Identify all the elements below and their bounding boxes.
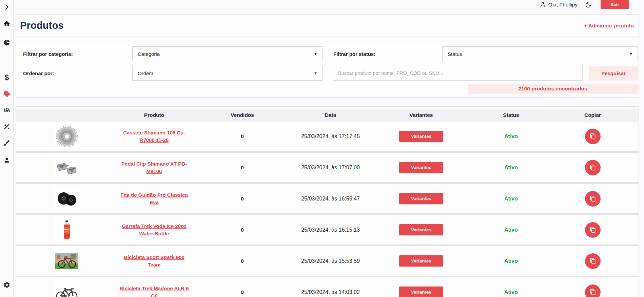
copy-icon xyxy=(589,257,597,265)
products-table: Produto Vendidos Data Variantes Status C… xyxy=(16,106,639,297)
copy-button[interactable] xyxy=(585,160,601,175)
table-header-vendidos: Vendidos xyxy=(191,112,294,118)
table-header-data: Data xyxy=(294,112,367,118)
sidebar-item-appearance[interactable] xyxy=(3,139,11,147)
product-name-link[interactable]: Garrafa Trek Voda Ice 20oz Water Bottle xyxy=(118,222,191,237)
table-row: Cassete Shimano 105 Cs-R7000 11-28 0 25/… xyxy=(16,122,639,151)
theme-toggle-button[interactable] xyxy=(585,1,592,8)
copy-icon xyxy=(589,133,597,140)
status-badge: Ativo xyxy=(504,196,518,202)
status-badge: Ativo xyxy=(504,289,518,295)
moon-icon xyxy=(585,1,592,8)
copy-button[interactable] xyxy=(585,129,601,144)
sidebar-item-products[interactable] xyxy=(3,90,11,98)
table-row: Bicicleta Scott Spark 900 Team 0 25/03/2… xyxy=(16,246,639,276)
copy-button[interactable] xyxy=(585,253,601,269)
content: Produtos + Adicionar produto Filtrar por… xyxy=(14,9,644,297)
search-input[interactable] xyxy=(333,66,583,81)
results-count-badge: 2100 produtos encontrados xyxy=(468,84,638,94)
filter-row-2: Ordenar por: Ordem ▼ Pesquisar xyxy=(16,66,638,81)
logout-button[interactable]: Sair xyxy=(601,0,629,9)
person-icon xyxy=(3,156,11,164)
sidebar-item-reports[interactable] xyxy=(3,39,11,47)
chevron-down-icon: ▼ xyxy=(314,52,317,56)
variants-button[interactable]: Variantes xyxy=(399,224,443,235)
table-body: Cassete Shimano 105 Cs-R7000 11-28 0 25/… xyxy=(16,122,639,297)
product-name-link[interactable]: Bicicleta Scott Spark 900 Team xyxy=(118,254,191,269)
status-badge: Ativo xyxy=(504,133,518,140)
product-name-link[interactable]: Bicicleta Trek Madone SLR 6 G6 xyxy=(118,285,191,297)
product-name-link[interactable]: Pedal Clip Shimano XT PD-M8100 xyxy=(118,160,191,175)
product-sold-count: 0 xyxy=(241,227,244,233)
product-date: 25/03/2024, às 17:07:00 xyxy=(301,165,360,171)
search-button[interactable]: Pesquisar xyxy=(589,66,638,81)
product-sold-count: 0 xyxy=(241,196,244,202)
add-product-link[interactable]: + Adicionar produto xyxy=(584,23,634,29)
product-date: 25/03/2024, às 16:15:13 xyxy=(301,227,360,233)
title-card: Produtos + Adicionar produto xyxy=(16,14,639,37)
variants-button[interactable]: Variantes xyxy=(399,162,443,173)
sidebar-item-discounts[interactable] xyxy=(3,123,11,131)
table-row: Fita de Guidão Pro Classica Eva 0 25/03/… xyxy=(16,184,639,213)
order-select-value: Ordem xyxy=(138,70,153,76)
variants-button[interactable]: Variantes xyxy=(399,255,443,267)
user-greeting: Olá, Fhellipy xyxy=(539,1,578,8)
sidebar: $ xyxy=(0,0,14,297)
sidebar-item-customers[interactable] xyxy=(3,106,11,114)
brush-icon xyxy=(3,139,11,147)
category-select[interactable]: Categoria ▼ xyxy=(132,46,323,61)
sidebar-item-settings[interactable] xyxy=(3,281,11,289)
table-header-copiar: Copiar xyxy=(547,112,639,118)
table-row: Pedal Clip Shimano XT PD-M8100 0 25/03/2… xyxy=(16,153,639,182)
status-filter-label: Filtrar por status: xyxy=(323,51,442,57)
percent-icon xyxy=(3,123,11,130)
variants-button[interactable]: Variantes xyxy=(399,193,443,204)
table-row: Garrafa Trek Voda Ice 20oz Water Bottle … xyxy=(16,215,639,245)
category-select-value: Categoria xyxy=(138,51,160,57)
product-date: 25/03/2024, às 15:53:59 xyxy=(301,258,360,264)
table-header-variantes: Variantes xyxy=(367,112,475,118)
copy-icon xyxy=(589,164,597,171)
users-icon xyxy=(3,106,11,114)
sidebar-item-sales[interactable]: $ xyxy=(3,73,11,82)
product-name-link[interactable]: Fita de Guidão Pro Classica Eva xyxy=(118,191,191,206)
copy-button[interactable] xyxy=(585,284,601,297)
copy-button[interactable] xyxy=(585,222,601,238)
page-title: Produtos xyxy=(20,20,64,31)
dollar-icon: $ xyxy=(5,74,9,81)
copy-button[interactable] xyxy=(585,191,601,207)
product-image xyxy=(54,217,80,242)
greeting-text: Olá, Fhellipy xyxy=(548,2,578,8)
sidebar-item-home[interactable] xyxy=(3,20,11,28)
product-date: 25/03/2024, às 14:03:02 xyxy=(301,289,360,295)
sidebar-item-account[interactable] xyxy=(3,156,11,164)
status-badge: Ativo xyxy=(504,165,518,171)
app-root: $ Olá, Fhellipy xyxy=(0,0,644,297)
product-sold-count: 0 xyxy=(241,289,244,295)
order-select[interactable]: Ordem ▼ xyxy=(132,66,323,81)
copy-icon xyxy=(589,289,597,296)
product-image xyxy=(54,248,80,274)
product-name-link[interactable]: Cassete Shimano 105 Cs-R7000 11-28 xyxy=(118,129,191,144)
product-image xyxy=(54,279,80,297)
variants-button[interactable]: Variantes xyxy=(399,131,443,142)
product-image xyxy=(54,124,80,149)
tag-icon xyxy=(3,90,11,98)
product-date: 25/03/2024, às 17:17:45 xyxy=(301,133,360,140)
variants-button[interactable]: Variantes xyxy=(399,287,443,297)
product-date: 25/03/2024, às 16:55:47 xyxy=(301,196,360,202)
status-select[interactable]: Status ▼ xyxy=(442,46,638,61)
search-zone: Pesquisar xyxy=(333,66,638,81)
product-sold-count: 0 xyxy=(241,258,244,264)
chevron-right-icon xyxy=(3,3,11,11)
table-header-produto: Produto xyxy=(118,112,191,118)
sidebar-expand-button[interactable] xyxy=(3,3,11,11)
table-row: Bicicleta Trek Madone SLR 6 G6 0 25/03/2… xyxy=(16,277,639,297)
product-image xyxy=(54,155,80,180)
status-select-value: Status xyxy=(448,51,462,57)
product-image xyxy=(54,186,80,211)
person-icon xyxy=(539,1,546,8)
filter-row-1: Filtrar por categoria: Categoria ▼ Filtr… xyxy=(16,46,638,61)
table-header-row: Produto Vendidos Data Variantes Status C… xyxy=(16,109,639,122)
gear-icon xyxy=(3,281,11,289)
